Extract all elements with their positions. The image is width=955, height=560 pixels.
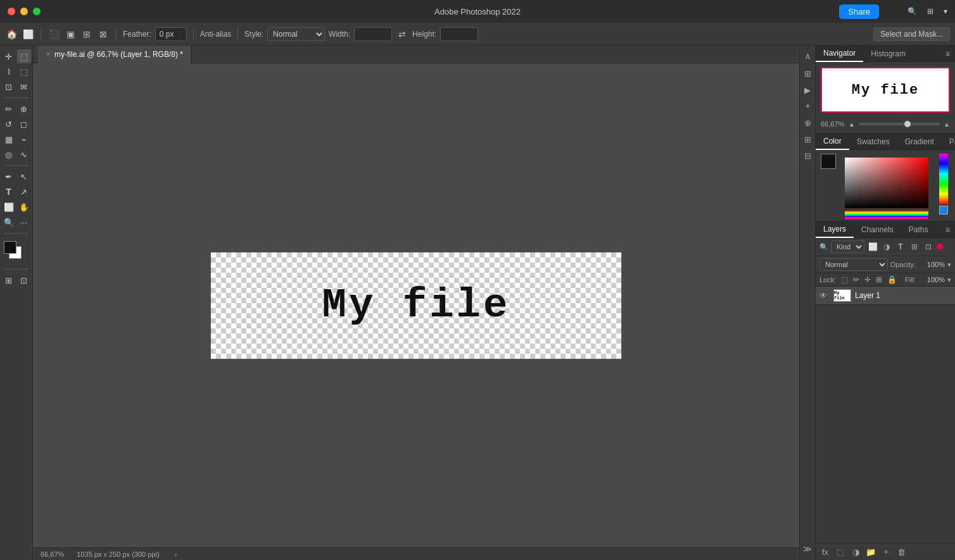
zoom-tool[interactable]: 🔍 [2, 215, 16, 229]
smudge-tool[interactable]: ∿ [17, 147, 31, 161]
color-gradient-picker[interactable] [845, 158, 928, 208]
document-tab[interactable]: ✕ my-file.ai @ 66,7% (Layer 1, RGB/8) * [38, 46, 191, 63]
strip-icon-6[interactable]: ⊞ [801, 133, 814, 146]
layer-icon-type[interactable]: T [895, 241, 906, 252]
text-tool[interactable]: T [2, 185, 16, 199]
tool-icon-1[interactable]: ⬛ [47, 28, 60, 40]
layer-icon-pixel[interactable]: ⬜ [867, 241, 878, 252]
more-tool[interactable]: ··· [17, 215, 31, 229]
tab-swatches[interactable]: Swatches [849, 134, 897, 150]
status-arrow[interactable]: › [175, 551, 177, 558]
rectangle-tool[interactable]: ⬜ [2, 200, 16, 214]
layer-icon-shape[interactable]: ⊞ [909, 241, 920, 252]
width-input[interactable] [354, 27, 392, 41]
layer-fx-icon[interactable]: fx [819, 546, 831, 557]
tab-paths[interactable]: Paths [901, 221, 936, 238]
height-input[interactable] [440, 27, 478, 41]
tab-gradient[interactable]: Gradient [897, 134, 942, 150]
close-button[interactable] [8, 8, 15, 15]
eraser-tool[interactable]: ◻ [17, 117, 31, 131]
color-hue-bar[interactable] [845, 211, 928, 220]
share-button[interactable]: Share [839, 4, 879, 19]
foreground-color-swatch[interactable] [4, 241, 16, 254]
zoom-slider[interactable] [859, 123, 940, 125]
layers-mode-select[interactable]: Normal Multiply Screen [819, 258, 888, 271]
navigator-panel-menu[interactable]: ≡ [940, 49, 955, 58]
style-select[interactable]: Normal Fixed Ratio Fixed Size [267, 27, 325, 41]
strip-icon-3[interactable]: ▶ [801, 84, 814, 96]
tool-icon-2[interactable]: ▣ [64, 28, 77, 40]
tab-histogram[interactable]: Histogram [863, 46, 913, 62]
layer-delete-icon[interactable]: 🗑 [895, 546, 907, 557]
quick-select-tool[interactable]: ⬚ [17, 65, 31, 78]
layer-add-icon[interactable]: ＋ [880, 546, 892, 557]
marquee-tool[interactable]: ⬚ [17, 49, 31, 63]
collapse-strip-icon[interactable]: ≫ [801, 542, 814, 555]
expand-icon[interactable]: ▾ [944, 7, 947, 16]
selection-tool[interactable]: ↗ [17, 185, 31, 199]
path-select-tool[interactable]: ↖ [17, 170, 31, 184]
select-mask-button[interactable]: Select and Mask... [873, 27, 950, 41]
lock-position-icon[interactable]: ✛ [864, 275, 871, 284]
strip-icon-1[interactable]: Ａ [801, 51, 814, 63]
color-spectrum-bar[interactable] [939, 154, 948, 204]
tab-close-icon[interactable]: ✕ [46, 51, 51, 58]
layers-kind-select[interactable]: Kind [831, 240, 864, 253]
tab-layers[interactable]: Layers [816, 221, 854, 238]
layer-item-1[interactable]: 👁 My file Layer 1 [816, 287, 955, 305]
swap-icon[interactable]: ⇄ [396, 28, 408, 40]
strip-icon-2[interactable]: ⊞ [801, 67, 814, 80]
eyedropper-tool[interactable]: ✉ [17, 80, 31, 94]
zoom-slider-handle[interactable] [904, 121, 911, 127]
opacity-input[interactable] [918, 261, 945, 268]
frame-tool[interactable]: ⊞ [2, 273, 16, 287]
tab-channels[interactable]: Channels [854, 221, 901, 238]
artboard-tool[interactable]: ⊡ [17, 273, 31, 287]
blur-tool[interactable]: ⌁ [17, 132, 31, 146]
lock-all-icon[interactable]: 🔒 [887, 275, 897, 284]
layer-group-icon[interactable]: 📁 [865, 546, 876, 557]
strip-icon-5[interactable]: ⊕ [801, 116, 814, 129]
move-tool[interactable]: ✛ [2, 49, 16, 63]
fill-input[interactable] [918, 276, 945, 283]
pen-tool[interactable]: ✒ [2, 170, 16, 184]
lasso-tool[interactable]: ⌇ [2, 65, 16, 78]
lock-transparent-icon[interactable]: ⬚ [841, 275, 848, 284]
marquee-tool-icon[interactable]: ⬜ [22, 28, 34, 40]
hand-tool[interactable]: ✋ [17, 200, 31, 214]
crop-tool[interactable]: ⊡ [2, 80, 16, 94]
fill-dropdown-icon[interactable]: ▾ [947, 276, 951, 284]
opacity-dropdown-icon[interactable]: ▾ [947, 261, 951, 269]
zoom-out-icon[interactable]: ▲ [849, 121, 855, 128]
color-result-swatch[interactable] [939, 206, 948, 215]
tool-icon-3[interactable]: ⊞ [80, 28, 93, 40]
clone-tool[interactable]: ⊕ [17, 102, 31, 116]
minimize-button[interactable] [20, 8, 28, 15]
layer-visibility-icon[interactable]: 👁 [819, 291, 830, 300]
feather-input[interactable] [155, 27, 187, 41]
strip-icon-4[interactable]: ⌖ [801, 100, 814, 113]
tab-patterns[interactable]: Patterns [942, 134, 955, 150]
canvas-image[interactable]: My file [210, 252, 622, 359]
maximize-button[interactable] [33, 8, 41, 15]
arrange-icon[interactable]: ⊞ [927, 7, 933, 16]
gradient-tool[interactable]: ▦ [2, 132, 16, 146]
foreground-swatch[interactable] [821, 154, 836, 169]
tab-navigator[interactable]: Navigator [816, 46, 863, 62]
brush-tool[interactable]: ✏ [2, 102, 16, 116]
layer-icon-dot[interactable] [937, 244, 943, 250]
history-brush[interactable]: ↺ [2, 117, 16, 131]
lock-artboard-icon[interactable]: ⊞ [876, 275, 882, 284]
home-icon[interactable]: 🏠 [5, 28, 18, 40]
dodge-tool[interactable]: ◎ [2, 147, 16, 161]
lock-pixel-icon[interactable]: ✏ [853, 275, 859, 284]
layer-mask-icon[interactable]: ⬚ [835, 546, 846, 557]
layer-icon-smart[interactable]: ⊡ [923, 241, 934, 252]
strip-icon-7[interactable]: ⊟ [801, 149, 814, 162]
layer-icon-adjust[interactable]: ◑ [881, 241, 892, 252]
layer-adjustment-icon[interactable]: ◑ [850, 546, 861, 557]
layers-panel-menu[interactable]: ≡ [940, 225, 955, 234]
search-icon[interactable]: 🔍 [908, 7, 917, 16]
tool-icon-4[interactable]: ⊠ [97, 28, 110, 40]
tab-color[interactable]: Color [816, 134, 849, 150]
